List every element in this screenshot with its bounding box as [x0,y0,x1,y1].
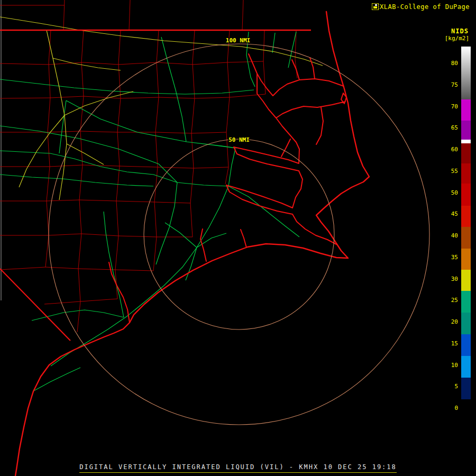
colorbar-segment [461,184,471,206]
colorbar-segment [461,378,471,399]
colorbar-tick-label: 75 [437,82,458,88]
colorbar-tick-label: 10 [437,362,458,369]
scale-title: NIDS [451,28,469,35]
colorbar-tick-label: 60 [437,147,458,153]
colorbar-segment [461,143,471,163]
footer: DIGITAL VERTICALLY INTEGRATED LIQUID (VI… [0,461,476,473]
colorbar-tick-label: 0 [437,405,458,411]
colorbar-tick-label: 30 [437,276,458,282]
footer-caption: DIGITAL VERTICALLY INTEGRATED LIQUID (VI… [79,463,397,473]
colorbar-segment [461,47,471,99]
colorbar-segment [461,291,471,313]
colorbar-tick-label: 5 [437,383,458,390]
colorbar-segment [461,140,471,143]
ring-label-100nmi: 100 NMI [226,37,250,44]
colorbar-tick-label: 50 [437,190,458,196]
colorbar-tick-label: 35 [437,254,458,261]
colorbar-segment [461,399,471,423]
colorbar-segments [461,47,471,423]
colorbar-segment [461,227,471,249]
radar-map: 100 NMI 50 NMI [0,0,476,476]
roads-highway [0,17,323,200]
colorbar-ticks: 80757065605550454035302520151050 [437,47,458,423]
sounds-and-rivers [109,54,346,323]
colorbar-tick-label: 65 [437,125,458,131]
colorbar-segment [461,249,471,270]
county-lines [0,0,297,332]
colorbar-tick-label: 55 [437,168,458,175]
roads-primary [0,32,299,391]
colorbar-tick-label: 45 [437,211,458,217]
colorbar-tick-label: 20 [437,319,458,325]
state-border-nc-sc [0,269,70,341]
colorbar-segment [461,99,471,121]
colorbar-tick-label: 70 [437,104,458,110]
colorbar-tick-label: 40 [437,233,458,239]
header-brand-row: NEXLAB-College of DuPage [372,3,470,11]
scale-units: [kg/m2] [445,35,469,42]
brand-text: NEXLAB-College of DuPage [372,3,470,11]
colorbar-segment [461,121,471,140]
colorbar-segment [461,206,471,227]
colorbar-tick-label: 80 [437,60,458,67]
colorbar-segment [461,270,471,291]
colorbar-segment [461,356,471,378]
colorbar-tick-label: 15 [437,341,458,347]
cod-logo-icon [372,3,379,10]
colorbar-segment [461,313,471,334]
colorbar-segment [461,334,471,356]
ring-label-50nmi: 50 NMI [228,136,250,143]
colorbar-segment [461,163,471,184]
colorbar-tick-label: 25 [437,297,458,304]
